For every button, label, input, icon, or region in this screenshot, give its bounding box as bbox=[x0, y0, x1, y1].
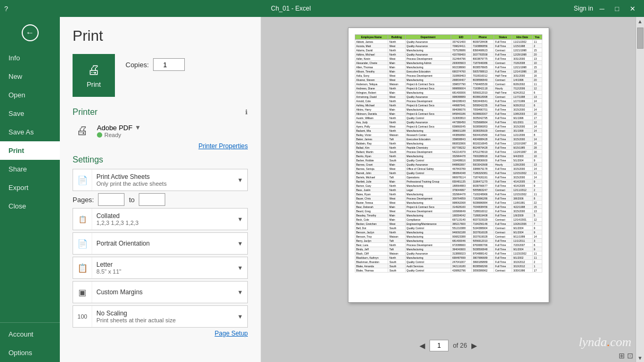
maximize-button[interactable]: □ bbox=[611, 4, 623, 14]
orientation-dropdown[interactable]: 📄 Portrait Orientation ▼ bbox=[73, 232, 248, 255]
minimize-button[interactable]: ─ bbox=[595, 4, 609, 14]
next-page-button[interactable]: ▶ bbox=[471, 341, 477, 350]
printer-properties-link[interactable]: Printer Properties bbox=[73, 142, 248, 150]
pages-from-input[interactable] bbox=[98, 193, 124, 206]
table-cell: Quality Control bbox=[405, 226, 451, 230]
table-cell: Quality Assurance bbox=[405, 162, 451, 167]
table-cell: Engineering/Maintenance bbox=[405, 222, 451, 226]
table-row: Bartlett, JulieMainProfessional Training… bbox=[355, 179, 542, 184]
table-cell: 2 bbox=[532, 260, 542, 264]
table-cell: 16 bbox=[532, 150, 542, 154]
table-cell: Benson, Jaclyn bbox=[355, 230, 388, 234]
table-cell: Full Time bbox=[494, 116, 512, 120]
printer-info-icon[interactable]: ℹ bbox=[245, 108, 248, 116]
back-button[interactable]: ← bbox=[0, 17, 60, 49]
scroll-up-button[interactable]: ▲ bbox=[636, 17, 644, 25]
table-cell: Full Time bbox=[494, 201, 512, 205]
page-number-input[interactable] bbox=[430, 340, 449, 351]
table-cell: 12/29/1998 bbox=[512, 52, 533, 57]
table-cell: 7/18/2008 bbox=[512, 61, 533, 65]
table-cell: Manufacturing bbox=[405, 239, 451, 243]
print-what-dropdown[interactable]: 📄 Print Active Sheets Only print the act… bbox=[73, 169, 248, 191]
table-cell: Manufacturing bbox=[405, 201, 451, 205]
prev-page-button[interactable]: ◀ bbox=[419, 341, 425, 350]
table-cell: 5/1/2004 bbox=[512, 158, 533, 162]
table-cell: 8018216845 bbox=[471, 141, 494, 146]
scroll-track bbox=[636, 25, 644, 354]
table-cell: Full Time bbox=[494, 239, 512, 243]
table-cell: Quality Control bbox=[405, 260, 451, 264]
table-cell: Process Development bbox=[405, 196, 451, 201]
sidebar-item-save[interactable]: Save bbox=[0, 104, 60, 123]
table-cell: Full Time bbox=[494, 167, 512, 171]
table-cell: 9 bbox=[532, 247, 542, 251]
table-cell: 12/15/2002 bbox=[512, 192, 533, 196]
preview-scrollbar[interactable]: ▲ ▼ bbox=[636, 17, 644, 362]
table-row: Bindu, JeffTaftManufacturing394040600503… bbox=[355, 247, 542, 251]
table-cell: 14 bbox=[532, 99, 542, 103]
help-icon[interactable]: ? bbox=[4, 5, 8, 13]
sidebar-item-share[interactable]: Share bbox=[0, 160, 60, 178]
table-cell: 7188016012 bbox=[471, 209, 494, 213]
scroll-down-button[interactable]: ▼ bbox=[636, 354, 644, 362]
collated-dropdown[interactable]: 📋 Collated 1,2,3 1,2,3 1,2,3 ▼ bbox=[73, 208, 248, 230]
table-row: Baldwin, RayNorthManufacturing8608329068… bbox=[355, 141, 542, 146]
table-cell: Manufacturing bbox=[405, 91, 451, 95]
table-row: Baxter, TeresaWestManufacturing998062068… bbox=[355, 201, 542, 205]
table-header-cell: Building bbox=[388, 35, 405, 40]
table-cell: Watson bbox=[388, 82, 405, 86]
scroll-thumb[interactable] bbox=[637, 28, 643, 49]
sidebar-item-print[interactable]: Print bbox=[0, 141, 60, 160]
scaling-dropdown[interactable]: 100 No Scaling Print sheets at their act… bbox=[73, 305, 248, 328]
table-cell: Contract bbox=[494, 234, 512, 239]
fit-page-icon[interactable]: ⊞ bbox=[619, 351, 625, 360]
table-cell: 994208043 bbox=[451, 99, 471, 103]
table-cell: Bauer, Chris bbox=[355, 196, 388, 201]
table-cell: Executive Education bbox=[405, 137, 451, 141]
table-cell: 3037783558 bbox=[471, 52, 494, 57]
sidebar-item-save-as[interactable]: Save As bbox=[0, 123, 60, 141]
table-cell: Full Time bbox=[494, 137, 512, 141]
table-cell: Full Time bbox=[494, 196, 512, 201]
pages-to-input[interactable] bbox=[139, 193, 165, 206]
page-setup-link[interactable]: Page Setup bbox=[73, 330, 248, 337]
printer-dropdown-arrow[interactable]: ▼ bbox=[135, 124, 141, 131]
print-button[interactable]: 🖨 Print bbox=[73, 54, 115, 97]
table-cell: Adkins, Michael bbox=[355, 52, 388, 57]
table-row: Beasley, TimothyMainManufacturing1683040… bbox=[355, 213, 542, 218]
table-row: Andrews, DianeNorthProject & Contract Sv… bbox=[355, 86, 542, 91]
sidebar-item-new[interactable]: New bbox=[0, 67, 60, 86]
collated-main: Collated bbox=[96, 212, 229, 220]
printer-name-area[interactable]: Adobe PDF ▼ Ready bbox=[97, 124, 248, 138]
sidebar-item-open[interactable]: Open bbox=[0, 86, 60, 104]
table-cell: Full Time bbox=[494, 175, 512, 179]
sidebar-item-export[interactable]: Export bbox=[0, 178, 60, 197]
table-cell: Abbott, James bbox=[355, 40, 388, 44]
table-cell: 22 bbox=[532, 201, 542, 205]
sidebar-item-close[interactable]: Close bbox=[0, 197, 60, 215]
zoom-icon[interactable]: ⊡ bbox=[627, 351, 633, 360]
copies-input[interactable] bbox=[153, 58, 185, 71]
table-cell: 8038618998 bbox=[471, 95, 494, 99]
table-cell: 9/26/2012 bbox=[512, 103, 533, 107]
table-cell: Arlington, Robert bbox=[355, 91, 388, 95]
table-row: Abbott, JamesNorthQuality Assurance33742… bbox=[355, 40, 542, 44]
sign-in-link[interactable]: Sign in bbox=[574, 5, 593, 12]
table-row: Benson, JaclynNorthManufacturing94609218… bbox=[355, 230, 542, 234]
table-cell: 13 bbox=[532, 209, 542, 213]
table-cell: Project & Contract Svcs bbox=[405, 205, 451, 209]
sidebar-item-info[interactable]: Info bbox=[0, 49, 60, 67]
table-cell: Full Time bbox=[494, 247, 512, 251]
table-cell: 313889323 bbox=[451, 251, 471, 256]
table-cell: 14 bbox=[532, 124, 542, 129]
table-cell: 1/17/1999 bbox=[512, 99, 533, 103]
table-cell: South bbox=[388, 226, 405, 230]
margins-dropdown[interactable]: ▣ Custom Margins ▼ bbox=[73, 281, 248, 303]
paper-size-dropdown[interactable]: 📋 Letter 8.5" x 11" ▼ bbox=[73, 257, 248, 279]
sidebar-item-account[interactable]: Account bbox=[0, 325, 60, 343]
close-button[interactable]: ✕ bbox=[625, 4, 640, 14]
table-row: Allison, TimothyMainExecutive Education6… bbox=[355, 69, 542, 74]
sidebar-item-options[interactable]: Options bbox=[0, 343, 60, 362]
table-cell: Quality Assurance bbox=[405, 44, 451, 48]
table-cell: Alexander, Cherie bbox=[355, 61, 388, 65]
